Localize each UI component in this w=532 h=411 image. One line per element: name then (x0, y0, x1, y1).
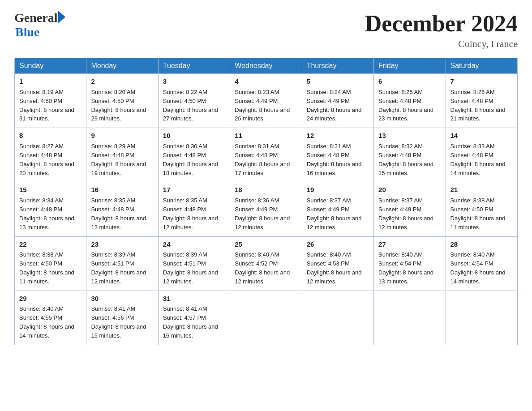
day-number: 9 (91, 131, 153, 141)
calendar-cell: 11Sunrise: 8:31 AMSunset: 4:48 PMDayligh… (230, 128, 302, 182)
calendar-cell: 21Sunrise: 8:38 AMSunset: 4:50 PMDayligh… (446, 182, 517, 236)
calendar-cell: 31Sunrise: 8:41 AMSunset: 4:57 PMDayligh… (158, 291, 230, 345)
weekday-header-wednesday: Wednesday (230, 58, 302, 74)
weekday-header-monday: Monday (86, 58, 158, 74)
calendar-cell: 3Sunrise: 8:22 AMSunset: 4:50 PMDaylight… (158, 74, 230, 128)
calendar-table: SundayMondayTuesdayWednesdayThursdayFrid… (14, 58, 518, 345)
week-row-3: 15Sunrise: 8:34 AMSunset: 4:48 PMDayligh… (15, 182, 518, 236)
calendar-cell: 15Sunrise: 8:34 AMSunset: 4:48 PMDayligh… (15, 182, 86, 236)
day-info: Sunrise: 8:32 AMSunset: 4:48 PMDaylight:… (378, 143, 433, 176)
calendar-cell: 4Sunrise: 8:23 AMSunset: 4:49 PMDaylight… (230, 74, 302, 128)
calendar-cell: 16Sunrise: 8:35 AMSunset: 4:48 PMDayligh… (86, 182, 158, 236)
calendar-cell: 17Sunrise: 8:35 AMSunset: 4:48 PMDayligh… (158, 182, 230, 236)
day-info: Sunrise: 8:25 AMSunset: 4:48 PMDaylight:… (378, 89, 433, 122)
week-row-4: 22Sunrise: 8:38 AMSunset: 4:50 PMDayligh… (15, 236, 518, 291)
day-number: 17 (163, 185, 225, 195)
day-info: Sunrise: 8:22 AMSunset: 4:50 PMDaylight:… (163, 89, 218, 122)
weekday-header-row: SundayMondayTuesdayWednesdayThursdayFrid… (15, 58, 518, 74)
day-number: 2 (91, 77, 153, 86)
calendar-cell: 26Sunrise: 8:40 AMSunset: 4:53 PMDayligh… (302, 236, 373, 291)
day-info: Sunrise: 8:20 AMSunset: 4:50 PMDaylight:… (91, 89, 146, 122)
day-number: 13 (378, 131, 441, 141)
location-label: Coincy, France (365, 38, 518, 50)
day-number: 21 (450, 185, 513, 195)
day-info: Sunrise: 8:19 AMSunset: 4:50 PMDaylight:… (19, 89, 74, 122)
calendar-cell: 6Sunrise: 8:25 AMSunset: 4:48 PMDaylight… (374, 74, 446, 128)
day-number: 18 (235, 185, 297, 195)
day-number: 31 (163, 294, 225, 304)
calendar-cell (302, 291, 373, 345)
weekday-header-tuesday: Tuesday (158, 58, 230, 74)
logo-arrow-icon (58, 11, 65, 23)
day-number: 1 (19, 77, 82, 86)
day-number: 12 (307, 131, 369, 141)
day-number: 15 (19, 185, 82, 195)
day-info: Sunrise: 8:24 AMSunset: 4:49 PMDaylight:… (307, 89, 362, 122)
day-info: Sunrise: 8:29 AMSunset: 4:48 PMDaylight:… (91, 143, 146, 176)
day-info: Sunrise: 8:40 AMSunset: 4:52 PMDaylight:… (235, 251, 290, 285)
weekday-header-sunday: Sunday (15, 58, 86, 74)
logo: General Blue (14, 11, 65, 39)
day-number: 11 (235, 131, 297, 141)
day-info: Sunrise: 8:26 AMSunset: 4:48 PMDaylight:… (450, 89, 506, 122)
day-info: Sunrise: 8:31 AMSunset: 4:48 PMDaylight:… (235, 143, 290, 176)
day-info: Sunrise: 8:41 AMSunset: 4:56 PMDaylight:… (91, 305, 146, 339)
day-number: 10 (163, 131, 225, 141)
calendar-cell: 27Sunrise: 8:40 AMSunset: 4:54 PMDayligh… (374, 236, 446, 291)
calendar-cell (230, 291, 302, 345)
day-number: 27 (378, 240, 441, 249)
week-row-5: 29Sunrise: 8:40 AMSunset: 4:55 PMDayligh… (15, 291, 518, 345)
calendar-cell: 8Sunrise: 8:27 AMSunset: 4:48 PMDaylight… (15, 128, 86, 182)
day-number: 5 (307, 77, 369, 86)
day-info: Sunrise: 8:27 AMSunset: 4:48 PMDaylight:… (19, 143, 74, 176)
day-number: 8 (19, 131, 82, 141)
calendar-cell: 20Sunrise: 8:37 AMSunset: 4:49 PMDayligh… (374, 182, 446, 236)
calendar-cell (446, 291, 517, 345)
day-info: Sunrise: 8:37 AMSunset: 4:49 PMDaylight:… (307, 197, 362, 231)
title-block: December 2024 Coincy, France (365, 11, 518, 50)
logo-blue-text: Blue (15, 25, 65, 39)
calendar-cell: 23Sunrise: 8:39 AMSunset: 4:51 PMDayligh… (86, 236, 158, 291)
day-info: Sunrise: 8:36 AMSunset: 4:49 PMDaylight:… (235, 197, 290, 231)
calendar-cell: 9Sunrise: 8:29 AMSunset: 4:48 PMDaylight… (86, 128, 158, 182)
day-info: Sunrise: 8:40 AMSunset: 4:53 PMDaylight:… (307, 251, 362, 285)
day-info: Sunrise: 8:30 AMSunset: 4:48 PMDaylight:… (163, 143, 218, 176)
day-info: Sunrise: 8:40 AMSunset: 4:54 PMDaylight:… (378, 251, 433, 285)
day-number: 20 (378, 185, 441, 195)
day-number: 4 (235, 77, 297, 86)
day-number: 26 (307, 240, 369, 249)
calendar-cell: 22Sunrise: 8:38 AMSunset: 4:50 PMDayligh… (15, 236, 86, 291)
day-info: Sunrise: 8:35 AMSunset: 4:48 PMDaylight:… (91, 197, 146, 231)
calendar-cell: 5Sunrise: 8:24 AMSunset: 4:49 PMDaylight… (302, 74, 373, 128)
calendar-cell: 29Sunrise: 8:40 AMSunset: 4:55 PMDayligh… (15, 291, 86, 345)
calendar-cell: 10Sunrise: 8:30 AMSunset: 4:48 PMDayligh… (158, 128, 230, 182)
day-number: 24 (163, 240, 225, 249)
weekday-header-saturday: Saturday (446, 58, 517, 74)
day-info: Sunrise: 8:38 AMSunset: 4:50 PMDaylight:… (450, 197, 506, 231)
weekday-header-friday: Friday (374, 58, 446, 74)
day-number: 16 (91, 185, 153, 195)
page-header: General Blue December 2024 Coincy, Franc… (14, 11, 518, 50)
day-info: Sunrise: 8:40 AMSunset: 4:55 PMDaylight:… (19, 305, 74, 339)
calendar-cell: 25Sunrise: 8:40 AMSunset: 4:52 PMDayligh… (230, 236, 302, 291)
calendar-cell: 12Sunrise: 8:31 AMSunset: 4:48 PMDayligh… (302, 128, 373, 182)
calendar-cell: 30Sunrise: 8:41 AMSunset: 4:56 PMDayligh… (86, 291, 158, 345)
day-number: 7 (450, 77, 513, 86)
day-info: Sunrise: 8:23 AMSunset: 4:49 PMDaylight:… (235, 89, 290, 122)
calendar-cell: 13Sunrise: 8:32 AMSunset: 4:48 PMDayligh… (374, 128, 446, 182)
week-row-2: 8Sunrise: 8:27 AMSunset: 4:48 PMDaylight… (15, 128, 518, 182)
day-info: Sunrise: 8:31 AMSunset: 4:48 PMDaylight:… (307, 143, 362, 176)
day-number: 23 (91, 240, 153, 249)
day-info: Sunrise: 8:33 AMSunset: 4:48 PMDaylight:… (450, 143, 506, 176)
month-title: December 2024 (365, 11, 518, 36)
day-number: 22 (19, 240, 82, 249)
calendar-cell (374, 291, 446, 345)
day-info: Sunrise: 8:39 AMSunset: 4:51 PMDaylight:… (163, 251, 218, 285)
calendar-cell: 1Sunrise: 8:19 AMSunset: 4:50 PMDaylight… (15, 74, 86, 128)
day-number: 30 (91, 294, 153, 304)
day-number: 6 (378, 77, 441, 86)
day-number: 25 (235, 240, 297, 249)
day-number: 29 (19, 294, 82, 304)
weekday-header-thursday: Thursday (302, 58, 373, 74)
day-info: Sunrise: 8:40 AMSunset: 4:54 PMDaylight:… (450, 251, 506, 285)
